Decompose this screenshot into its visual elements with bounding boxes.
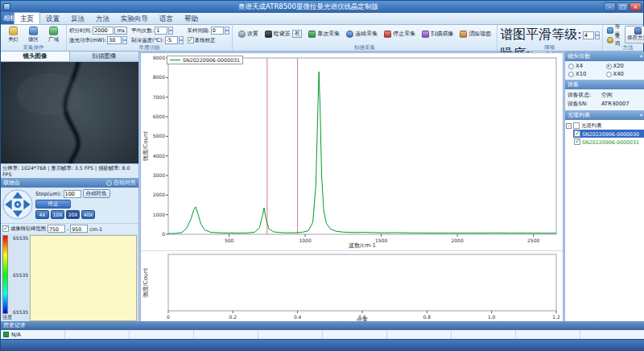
lamp-off-button[interactable]: 关灯 <box>3 26 23 43</box>
tab-help[interactable]: 帮助 <box>179 13 204 24</box>
feature-from-input[interactable] <box>47 225 65 233</box>
svg-text:5000: 5000 <box>153 133 165 138</box>
zoom-4x-button[interactable]: 4X <box>35 210 49 219</box>
interval-input[interactable] <box>211 27 224 35</box>
group-label-method: 方法 <box>603 44 644 51</box>
pin-icon[interactable]: ▾ <box>640 111 642 119</box>
radio-icon <box>568 64 574 69</box>
zoom-10x-button[interactable]: 10X <box>51 210 64 219</box>
history-item-text: N/A <box>11 332 21 338</box>
spectra-tree-root[interactable]: - 光谱列表 <box>566 122 644 130</box>
baseline-correction-checkbox[interactable]: 基线校正 <box>188 37 229 44</box>
zoom-20x-button[interactable]: 20X <box>66 210 80 219</box>
interval-spinner[interactable] <box>225 27 229 35</box>
cooling-temp-input[interactable] <box>165 36 178 44</box>
laser-power-input[interactable] <box>107 36 122 44</box>
stage-stop-button[interactable]: 停止 <box>35 200 71 209</box>
position-chart-svg[interactable]: 00.20.40.60.81.01.2位置强度/Count <box>141 251 563 324</box>
svg-text:1000: 1000 <box>153 212 165 217</box>
item-checkbox[interactable] <box>574 130 580 137</box>
step-input[interactable] <box>64 190 81 198</box>
tab-method[interactable]: 方法 <box>90 13 115 24</box>
spectrum-item-0000031[interactable]: SN20220906-0000031 <box>573 138 644 146</box>
autofocus-button[interactable]: 自动对焦 <box>83 189 110 198</box>
autofocus-link[interactable]: 自动对焦 <box>106 178 136 188</box>
single-acquire-icon <box>308 31 316 38</box>
feature-to-input[interactable] <box>70 225 88 233</box>
maximize-button[interactable]: □ <box>617 2 629 11</box>
camera-fiber-image <box>1 62 138 163</box>
group-label-scan: 扫描采集 <box>233 44 497 51</box>
average-label: 平均次数: <box>131 27 154 35</box>
cooling-temp-spinner[interactable] <box>179 36 184 44</box>
minimize-button[interactable]: – <box>604 2 616 11</box>
tab-home[interactable]: 主页 <box>14 12 40 24</box>
smooth-level-input[interactable] <box>583 31 594 39</box>
svg-text:8000: 8000 <box>153 74 165 80</box>
stop-acquire-button[interactable]: 停止采集 <box>381 26 419 42</box>
svg-text:1000: 1000 <box>299 237 311 243</box>
collapse-icon[interactable]: ▾ <box>640 52 642 60</box>
autofocus-icon <box>106 180 112 186</box>
dark-background-select[interactable]: 有 <box>292 30 303 38</box>
tab-scan-image[interactable]: 扫描图像 <box>70 52 138 61</box>
lens-x10-radio[interactable]: X10 <box>568 71 605 77</box>
legend-label: SN20220906-0000031 <box>183 57 240 63</box>
average-spinner[interactable] <box>168 27 173 35</box>
history-header: 历史记录 <box>1 321 644 330</box>
svg-text:2000: 2000 <box>451 237 463 243</box>
ribbon-group-denoise: 谱图平滑等级: 噪底: 降噪 <box>497 25 602 51</box>
integration-unit-select[interactable]: ms <box>114 27 127 35</box>
scan-imaging-button[interactable]: 扫描成像 <box>419 26 456 42</box>
stage-section-header: 载物台 自动对焦 <box>1 178 138 188</box>
settings-button[interactable]: 设置 <box>235 26 262 42</box>
stop-acquire-icon <box>384 31 391 38</box>
checkbox-icon <box>188 37 194 43</box>
tab-settings[interactable]: 设置 <box>40 13 65 24</box>
feature-range-label: 成像特征峰范围 <box>10 225 46 233</box>
wide-area-button[interactable]: 广域 <box>43 26 64 43</box>
tab-language[interactable]: 语言 <box>154 13 179 24</box>
export-icon <box>607 27 613 34</box>
camera-tabs: 镜头图像 扫描图像 <box>1 52 138 62</box>
single-acquire-button[interactable]: 单次采集 <box>305 26 343 42</box>
continuous-acquire-button[interactable]: 连续采集 <box>343 26 381 42</box>
lens-options: X4 X20 X10 X40 <box>565 61 644 80</box>
root-checkbox[interactable] <box>573 122 580 129</box>
app-menu-button[interactable]: 相机 <box>1 12 14 24</box>
spectrum-chart[interactable]: 0100020003000400050006000700080009000500… <box>141 53 563 250</box>
average-input[interactable] <box>155 27 167 35</box>
laser-power-spinner[interactable] <box>122 36 127 44</box>
clear-spectra-button[interactable]: 清除谱图 <box>456 26 494 42</box>
spectrum-item-0000030[interactable]: SN20220906-0000030 <box>573 130 644 138</box>
tab-wizard[interactable]: 实验向导 <box>115 13 154 24</box>
svg-text:9000: 9000 <box>153 55 165 60</box>
step-label: Step(um): <box>35 191 62 197</box>
dark-background-button[interactable]: 暗背景 有 <box>262 26 306 42</box>
integration-input[interactable] <box>93 27 114 35</box>
tree-expander-icon[interactable]: - <box>566 123 572 129</box>
lens-x40-radio[interactable]: X40 <box>606 71 642 77</box>
close-button[interactable]: × <box>630 2 642 11</box>
lens-x20-radio[interactable]: X20 <box>606 63 642 69</box>
svg-text:2000: 2000 <box>153 192 165 197</box>
window-title: 奥谱天成ATR8500显微拉曼光谱仪线晶定制版 <box>13 2 604 12</box>
svg-text:3000: 3000 <box>153 172 165 178</box>
tab-algorithm[interactable]: 算法 <box>65 13 90 24</box>
stage-dpad[interactable] <box>2 189 33 220</box>
zoom-40x-button[interactable]: 40X <box>81 210 95 219</box>
scale-min-label: 65535 <box>13 309 28 315</box>
history-row[interactable]: N/A <box>1 330 644 339</box>
micro-area-button[interactable]: 微区 <box>23 26 43 43</box>
lens-x4-radio[interactable]: X4 <box>568 63 605 69</box>
save-method-button[interactable]: 保存方法 <box>625 26 644 43</box>
svg-text:0: 0 <box>162 231 165 237</box>
item-checkbox[interactable] <box>574 138 580 145</box>
feature-range-checkbox[interactable] <box>2 225 9 232</box>
position-chart[interactable]: 00.20.40.60.81.01.2位置强度/Count <box>141 250 563 327</box>
spectrum-chart-svg[interactable]: 0100020003000400050006000700080009000500… <box>141 53 563 249</box>
smooth-level-spinner[interactable] <box>595 31 600 39</box>
query-button[interactable]: 查询 <box>605 36 625 44</box>
group-label-denoise: 降噪 <box>497 44 601 51</box>
tab-camera-image[interactable]: 镜头图像 <box>1 52 70 61</box>
